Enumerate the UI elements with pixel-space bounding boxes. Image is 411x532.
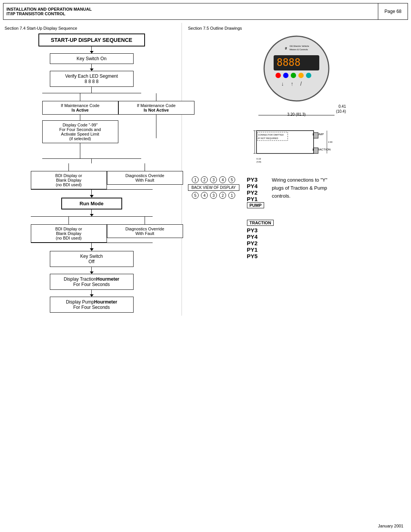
pin-1: 1: [192, 176, 199, 183]
bdi-line2: Blank Display: [56, 178, 81, 182]
diag2-line2: With Fault: [135, 231, 155, 236]
step-verify-led: Verify Each LED Segment 8 8 8 8: [50, 71, 134, 87]
manual-subtitle: IT/IP TRANSISTOR CONTROL: [6, 11, 375, 16]
verify-led-text: Verify Each LED Segment: [65, 73, 118, 79]
diag-right-branch-2: Diagnostics Override With Fault: [107, 217, 183, 243]
svg-text:0.19: 0.19: [256, 158, 261, 160]
verify-led-nums: 8 8 8 8: [84, 79, 99, 84]
connector-diagrams: 1 2 3 4 5 BACK VIEW OF DISPLAY 5 4 3 2 1: [188, 176, 239, 199]
dimension-section: 0.41 (10.4) 3.20 (81.3) CONNECTOR OMITTE…: [247, 104, 346, 169]
pin-2: 2: [201, 176, 208, 183]
display-code-line1: Display Code "-99": [62, 123, 97, 127]
py-labels-section: PY3 PY4 PY2 PY1 PUMP Wiring connections …: [247, 176, 328, 259]
diag1-line2: With Fault: [135, 178, 155, 182]
stem-to-run: [91, 190, 92, 195]
section-right-label: Section 7.5 Outline Drawings: [188, 26, 405, 30]
dim2-val: 3.20 (81.3): [287, 112, 306, 117]
step-key-switch-on: Key Switch On: [50, 53, 134, 64]
pin-5: 5: [228, 176, 235, 183]
bdi-left-branch: BDI Display or Blank Display (no BDI use…: [31, 163, 107, 189]
arrow-2: [91, 64, 92, 71]
bdi-display-1: BDI Display or Blank Display (no BDI use…: [31, 171, 107, 189]
footer-date: January 2001: [378, 524, 403, 528]
v-bdi-left-2: [68, 217, 69, 224]
key-switch-off-box: Key Switch Off: [50, 251, 134, 267]
arrow-tip-run: [90, 195, 94, 198]
pin-4b: 4: [201, 192, 208, 199]
traction-box-label: TRACTION: [247, 220, 274, 226]
py1-pump: PY1: [247, 196, 258, 202]
right-column: Section 7.5 Outline Drawings 8888: [182, 23, 408, 316]
pump-hourmeter-box: Display PumpHourmeter For Four Seconds: [50, 297, 134, 313]
wiring-connections-section: 1 2 3 4 5 BACK VIEW OF DISPLAY 5 4 3 2 1: [188, 176, 405, 259]
flowchart-title: START-UP DISPLAY SEQUENCE: [38, 34, 145, 46]
pump-pins-bottom: 5 4 3 2 1: [192, 192, 235, 199]
bdi-line3: (no BDI used): [56, 182, 82, 187]
svg-text:(4.8): (4.8): [256, 161, 261, 163]
traction-hourmeter-box: Display TractionHourmeter For Four Secon…: [50, 274, 134, 290]
page-header: INSTALLATION AND OPERATION MANUAL IT/IP …: [3, 3, 408, 20]
dim1-val: 0.41: [339, 104, 346, 109]
svg-text:GE Electric Vehicle: GE Electric Vehicle: [290, 45, 309, 47]
pin-1b: 1: [228, 192, 235, 199]
svg-point-5: [291, 73, 296, 78]
maint-not-active-label: Is Not Active: [143, 108, 169, 112]
section-left-label: Section 7.4 Start-Up Display Sequence: [5, 26, 178, 30]
pin-3b: 3: [210, 192, 217, 199]
v-diag-right: [145, 163, 145, 171]
bdi-left-branch-2: BDI Display or Blank Display (no BDI use…: [31, 217, 107, 243]
v-line-left-3: [80, 143, 80, 158]
py2-traction: PY2: [247, 240, 258, 246]
header-left: INSTALLATION AND OPERATION MANUAL IT/IP …: [3, 3, 378, 19]
branch-left: If Maintenance Code Is Active Display Co…: [42, 93, 118, 158]
pump-line1: Display Pump: [66, 299, 94, 305]
py5-traction: PY5: [247, 253, 258, 259]
py4-traction: PY4: [247, 233, 258, 240]
merge-stem-1: [91, 159, 92, 163]
maint-is-active: If Maintenance Code Is Active: [42, 101, 118, 115]
arrow-tip-key-off: [90, 248, 94, 251]
key-switch-off-line1: Key Switch: [80, 254, 103, 259]
pump-box-label: PUMP: [247, 202, 264, 208]
traction-line1: Display Traction: [64, 276, 96, 282]
diag2-line1: Diagnostics Override: [125, 227, 164, 231]
manual-title: INSTALLATION AND OPERATION MANUAL: [6, 7, 375, 11]
svg-text:IF NOT REQUIRED: IF NOT REQUIRED: [258, 137, 279, 139]
svg-rect-20: [314, 133, 318, 138]
flowchart: START-UP DISPLAY SEQUENCE Key Switch On …: [5, 34, 178, 313]
v-bdi-left: [68, 163, 69, 171]
svg-point-7: [306, 73, 311, 78]
svg-text:g: g: [285, 46, 287, 50]
svg-text:/: /: [300, 81, 302, 87]
wiring-line2: plugs of Traction & Pump: [272, 184, 327, 192]
wiring-line3: controls.: [272, 192, 327, 200]
wiring-intro-text: Wiring connections to "Y" plugs of Tract…: [272, 176, 327, 200]
page-body: Section 7.4 Start-Up Display Sequence ST…: [3, 23, 408, 316]
arrow-traction-down: [91, 290, 92, 297]
pump-connector-top: 1 2 3 4 5 BACK VIEW OF DISPLAY 5 4 3 2 1: [188, 176, 239, 199]
py2-pump: PY2: [247, 189, 258, 196]
py3-traction: PY3: [247, 227, 258, 233]
display-code-box: Display Code "-99" For Four Seconds and …: [42, 120, 118, 143]
diag-override-1: Diagnostics Override With Fault: [107, 171, 183, 185]
key-switch-off-line2: Off: [89, 259, 95, 264]
pin-3: 3: [210, 176, 217, 183]
maint-not-active: If Maintenance Code Is Not Active: [118, 101, 194, 115]
display-code-line3: Activate Speed Limit: [61, 132, 99, 136]
arrow-key-off-down: [91, 267, 92, 274]
dim-top: 0.41: [247, 104, 346, 109]
v-line-right-1: [156, 93, 156, 101]
page-footer: January 2001: [378, 524, 403, 528]
pump-line2-bold: Hourmeter: [94, 299, 117, 305]
pump-py-labels: PY3 PY4 PY2 PY1 PUMP: [247, 176, 264, 208]
svg-rect-21: [314, 148, 318, 153]
bdi2-line1: BDI Display or: [55, 227, 82, 231]
pin-2b: 2: [219, 192, 226, 199]
diag1-line1: Diagnostics Override: [125, 173, 164, 178]
maint-is-active-label: Is Active: [72, 108, 89, 112]
py1-traction: PY1: [247, 246, 258, 253]
svg-text:CONNECTOR OMITTED: CONNECTOR OMITTED: [258, 134, 284, 136]
svg-point-3: [276, 73, 281, 78]
run-mode-box: Run Mode: [61, 198, 122, 209]
diag-right-branch: Diagnostics Override With Fault: [107, 163, 183, 189]
